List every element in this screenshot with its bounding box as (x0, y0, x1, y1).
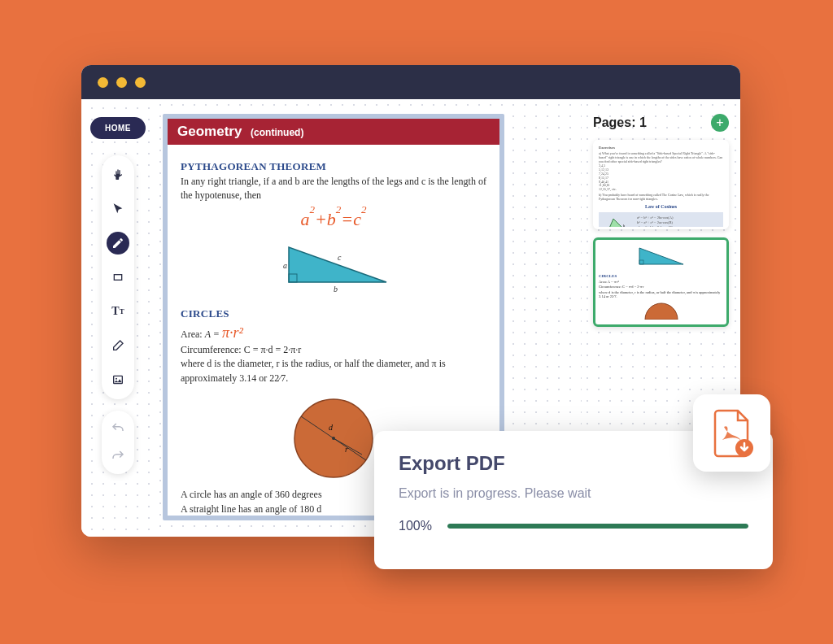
export-percent: 100% (399, 519, 436, 533)
circle-where-line: where d is the diameter, r is the radius… (181, 357, 486, 385)
titlebar (81, 65, 740, 99)
doc-header: Geometry (continued) (168, 119, 499, 145)
section-pythagorean-title: PYTHAGOREAN THEOREM (181, 159, 486, 175)
image-tool-icon[interactable] (107, 368, 129, 391)
rectangle-tool-icon[interactable] (107, 266, 129, 289)
pan-tool-icon[interactable] (107, 163, 129, 186)
doc-subtitle: (continued) (251, 127, 303, 138)
pythag-body: In any right triangle, if a and b are th… (181, 175, 486, 203)
redo-button[interactable] (107, 445, 129, 468)
svg-point-2 (116, 378, 117, 380)
triangle-illustration: a b c (181, 237, 486, 298)
select-tool-icon[interactable] (107, 198, 129, 220)
svg-text:a: a (604, 226, 606, 229)
export-message: Export is in progress. Please wait (399, 486, 748, 501)
svg-text:r: r (345, 445, 348, 454)
home-button[interactable]: HOME (90, 117, 146, 139)
eraser-tool-icon[interactable] (107, 334, 129, 357)
svg-text:b: b (623, 224, 625, 228)
pdf-file-icon (693, 394, 770, 472)
history-pill (102, 411, 134, 474)
svg-point-11 (332, 437, 335, 440)
circle-circ-line: Circumference: C = π·d = 2·π·r (181, 343, 486, 357)
add-page-button[interactable]: + (711, 114, 729, 132)
export-progress-bar (447, 524, 748, 529)
svg-marker-18 (639, 248, 683, 264)
window-minimize-icon[interactable] (116, 77, 127, 88)
svg-text:b: b (334, 285, 338, 294)
svg-marker-14 (606, 219, 630, 229)
undo-button[interactable] (107, 417, 129, 440)
section-circles-title: CIRCLES (181, 307, 486, 322)
pythag-formula: a2+b2=c2 (181, 207, 486, 233)
left-toolbar: HOME TT (81, 99, 155, 537)
circle-area-line: Area: A = π·r² (181, 322, 486, 343)
svg-text:c: c (338, 253, 342, 262)
svg-text:a: a (283, 261, 287, 270)
pen-tool-icon[interactable] (107, 232, 129, 255)
export-progress: 100% (399, 519, 748, 533)
page-thumbnail-2[interactable]: CIRCLES Area: A = π·r² Circumference: C … (593, 237, 729, 327)
text-tool-icon[interactable]: TT (107, 300, 129, 323)
page-thumbnail-1[interactable]: Exercises a) What you've found is someth… (593, 140, 729, 229)
window-maximize-icon[interactable] (135, 77, 146, 88)
window-close-icon[interactable] (98, 77, 108, 88)
pages-label: Pages: 1 (593, 115, 647, 130)
svg-rect-0 (114, 275, 121, 281)
doc-title: Geometry (177, 124, 242, 139)
tools-pill: TT (102, 155, 134, 399)
